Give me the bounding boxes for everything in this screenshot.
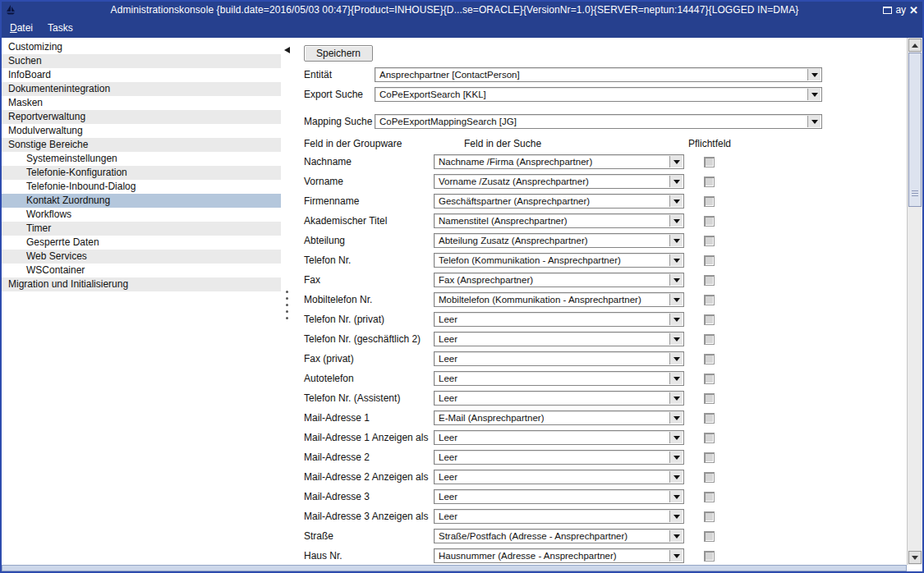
suche-field-combobox[interactable]: Geschäftspartner (Ansprechpartner) xyxy=(434,194,684,209)
sidebar-item-dokumentenintegration[interactable]: Dokumentenintegration xyxy=(2,82,281,96)
pflichtfeld-checkbox[interactable] xyxy=(704,157,715,167)
sidebar-item-suchen[interactable]: Suchen xyxy=(2,54,281,68)
sidebar-item-telefonie-inbound-dialog[interactable]: Telefonie-Inbound-Dialog xyxy=(2,180,281,194)
horizontal-scrollbar-thumb[interactable] xyxy=(2,565,907,571)
chevron-down-icon[interactable] xyxy=(669,432,683,443)
suche-field-combobox[interactable]: Fax (Ansprechpartner) xyxy=(434,273,684,287)
chevron-down-icon[interactable] xyxy=(669,550,683,562)
suche-field-combobox[interactable]: Telefon (Kommunikation - Ansprechpartner… xyxy=(434,253,684,268)
export-suche-combobox[interactable]: CoPeExportSearch [KKL] xyxy=(375,87,822,102)
suche-field-combobox[interactable]: Leer xyxy=(434,489,684,504)
sidebar-item-reportverwaltung[interactable]: Reportverwaltung xyxy=(2,110,281,124)
pflichtfeld-checkbox[interactable] xyxy=(704,551,715,562)
pflichtfeld-checkbox[interactable] xyxy=(704,354,715,364)
pflichtfeld-checkbox[interactable] xyxy=(704,531,715,542)
suche-field-combobox[interactable]: Leer xyxy=(434,351,684,366)
pflichtfeld-checkbox[interactable] xyxy=(704,393,715,404)
vertical-scrollbar[interactable] xyxy=(907,38,922,565)
suche-field-combobox[interactable]: Leer xyxy=(434,332,684,346)
vertical-scrollbar-thumb[interactable] xyxy=(908,53,922,207)
pflichtfeld-checkbox[interactable] xyxy=(704,452,715,463)
suche-field-combobox[interactable]: Straße/Postfach (Adresse - Ansprechpartn… xyxy=(434,529,684,543)
chevron-down-icon[interactable] xyxy=(669,156,683,167)
chevron-down-icon[interactable] xyxy=(807,69,821,80)
sidebar-item-migration-und-initialisierung[interactable]: Migration und Initialisierung xyxy=(2,277,281,291)
chevron-down-icon[interactable] xyxy=(669,294,683,305)
chevron-down-icon[interactable] xyxy=(669,215,683,227)
suche-field-combobox[interactable]: Vorname /Zusatz (Ansprechpartner) xyxy=(434,174,684,189)
chevron-down-icon[interactable] xyxy=(669,235,683,246)
save-button[interactable]: Speichern xyxy=(304,45,373,62)
pflichtfeld-checkbox[interactable] xyxy=(704,196,715,207)
pflichtfeld-checkbox[interactable] xyxy=(704,374,715,384)
menu-datei[interactable]: Datei xyxy=(10,22,33,34)
chevron-down-icon[interactable] xyxy=(807,116,821,127)
chevron-down-icon[interactable] xyxy=(669,511,683,522)
pflichtfeld-checkbox[interactable] xyxy=(704,255,715,266)
chevron-down-icon[interactable] xyxy=(669,471,683,483)
chevron-down-icon[interactable] xyxy=(669,353,683,364)
chevron-down-icon[interactable] xyxy=(669,333,683,345)
sidebar-item-infoboard[interactable]: InfoBoard xyxy=(2,68,281,82)
suche-field-combobox[interactable]: Leer xyxy=(434,450,684,465)
pflichtfeld-checkbox[interactable] xyxy=(704,295,715,305)
chevron-down-icon[interactable] xyxy=(669,176,683,187)
suche-field-combobox[interactable]: Abteilung Zusatz (Ansprechpartner) xyxy=(434,233,684,248)
collapse-left-icon[interactable] xyxy=(284,47,290,53)
sidebar-item-kontakt-zuordnung[interactable]: Kontakt Zuordnung xyxy=(2,194,281,208)
sidebar-item-customizing[interactable]: Customizing xyxy=(2,40,281,54)
chevron-down-icon[interactable] xyxy=(669,412,683,424)
sidebar-item-sonstige-bereiche[interactable]: Sonstige Bereiche xyxy=(2,138,281,152)
splitter[interactable] xyxy=(281,38,294,565)
suche-field-combobox[interactable]: Nachname /Firma (Ansprechpartner) xyxy=(434,154,684,169)
pflichtfeld-checkbox[interactable] xyxy=(704,492,715,502)
chevron-down-icon[interactable] xyxy=(669,274,683,286)
sidebar-item-modulverwaltung[interactable]: Modulverwaltung xyxy=(2,124,281,138)
splitter-grip-icon[interactable] xyxy=(286,291,288,319)
pflichtfeld-checkbox[interactable] xyxy=(704,433,715,443)
chevron-down-icon[interactable] xyxy=(669,314,683,325)
chevron-down-icon[interactable] xyxy=(669,254,683,266)
suche-field-combobox[interactable]: Hausnummer (Adresse - Ansprechpartner) xyxy=(434,548,684,563)
maximize-icon[interactable] xyxy=(883,7,892,14)
scroll-down-icon[interactable] xyxy=(908,551,922,564)
close-icon[interactable]: ✕ xyxy=(909,5,918,16)
suche-field-combobox[interactable]: Leer xyxy=(434,430,684,445)
sidebar-item-wscontainer[interactable]: WSContainer xyxy=(2,264,281,277)
chevron-down-icon[interactable] xyxy=(669,491,683,502)
suche-field-combobox[interactable]: Leer xyxy=(434,312,684,327)
pflichtfeld-checkbox[interactable] xyxy=(704,511,715,522)
pflichtfeld-checkbox[interactable] xyxy=(704,216,715,227)
entitaet-combobox[interactable]: Ansprechpartner [ContactPerson] xyxy=(375,67,822,82)
suche-field-combobox[interactable]: Namenstitel (Ansprechpartner) xyxy=(434,213,684,228)
pflichtfeld-checkbox[interactable] xyxy=(704,314,715,325)
chevron-down-icon[interactable] xyxy=(669,452,683,463)
suche-field-combobox[interactable]: Mobiltelefon (Kommunikation - Ansprechpa… xyxy=(434,292,684,307)
pflichtfeld-checkbox[interactable] xyxy=(704,176,715,187)
sidebar-item-web-services[interactable]: Web Services xyxy=(2,250,281,264)
pflichtfeld-checkbox[interactable] xyxy=(704,236,715,246)
horizontal-scrollbar[interactable] xyxy=(2,565,907,571)
pflichtfeld-checkbox[interactable] xyxy=(704,275,715,286)
sidebar-item-telefonie-konfiguration[interactable]: Telefonie-Konfiguration xyxy=(2,166,281,180)
chevron-down-icon[interactable] xyxy=(669,392,683,404)
pflichtfeld-checkbox[interactable] xyxy=(704,413,715,424)
pflichtfeld-checkbox[interactable] xyxy=(704,334,715,345)
sidebar-item-masken[interactable]: Masken xyxy=(2,96,281,110)
suche-field-combobox[interactable]: Leer xyxy=(434,391,684,406)
suche-field-combobox[interactable]: Leer xyxy=(434,509,684,524)
chevron-down-icon[interactable] xyxy=(669,373,683,384)
pflichtfeld-checkbox[interactable] xyxy=(704,472,715,483)
scroll-up-icon[interactable] xyxy=(908,39,922,52)
sidebar-item-systemeinstellungen[interactable]: Systemeinstellungen xyxy=(2,152,281,166)
suche-field-combobox[interactable]: Leer xyxy=(434,470,684,484)
sidebar-item-timer[interactable]: Timer xyxy=(2,222,281,236)
chevron-down-icon[interactable] xyxy=(807,89,821,100)
chevron-down-icon[interactable] xyxy=(669,195,683,207)
suche-field-combobox[interactable]: E-Mail (Ansprechpartner) xyxy=(434,410,684,425)
chevron-down-icon[interactable] xyxy=(669,530,683,542)
mapping-suche-combobox[interactable]: CoPeExportMappingSearch [JG] xyxy=(375,114,822,129)
menu-tasks[interactable]: Tasks xyxy=(48,22,73,34)
sidebar-item-workflows[interactable]: Workflows xyxy=(2,208,281,222)
suche-field-combobox[interactable]: Leer xyxy=(434,371,684,386)
